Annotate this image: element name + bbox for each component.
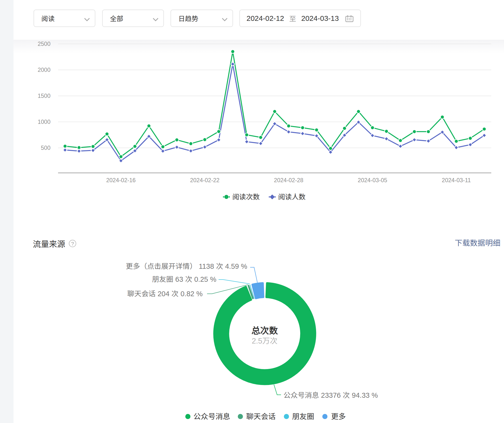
svg-text:公众号消息 23376 次 94.33 %: 公众号消息 23376 次 94.33 % xyxy=(283,391,378,399)
svg-text:总次数: 总次数 xyxy=(251,326,278,336)
svg-text:更多（点击展开详情） 1138 次 4.59 %: 更多（点击展开详情） 1138 次 4.59 % xyxy=(126,262,247,270)
svg-text:2000: 2000 xyxy=(38,67,50,73)
svg-text:500: 500 xyxy=(41,145,50,151)
svg-text:2500: 2500 xyxy=(38,41,50,47)
svg-text:1500: 1500 xyxy=(38,93,50,99)
svg-text:2024-03-11: 2024-03-11 xyxy=(442,177,471,183)
svg-text:2024-02-28: 2024-02-28 xyxy=(274,177,303,183)
svg-text:1000: 1000 xyxy=(38,119,50,125)
svg-text:2024-03-05: 2024-03-05 xyxy=(358,177,387,183)
svg-text:聊天会话: 聊天会话 xyxy=(246,412,276,421)
svg-text:阅读人数: 阅读人数 xyxy=(278,193,306,201)
svg-text:2024-02-22: 2024-02-22 xyxy=(190,177,220,183)
svg-text:阅读次数: 阅读次数 xyxy=(232,193,260,201)
svg-text:聊天会话 204 次 0.82 %: 聊天会话 204 次 0.82 % xyxy=(127,290,203,298)
svg-text:公众号消息: 公众号消息 xyxy=(194,412,230,421)
svg-text:朋友圈 63 次 0.25 %: 朋友圈 63 次 0.25 % xyxy=(152,275,216,283)
svg-text:朋友圈: 朋友圈 xyxy=(292,412,314,421)
svg-text:2.5万次: 2.5万次 xyxy=(252,337,277,345)
svg-text:更多: 更多 xyxy=(331,412,346,421)
svg-text:2024-02-16: 2024-02-16 xyxy=(106,177,135,183)
